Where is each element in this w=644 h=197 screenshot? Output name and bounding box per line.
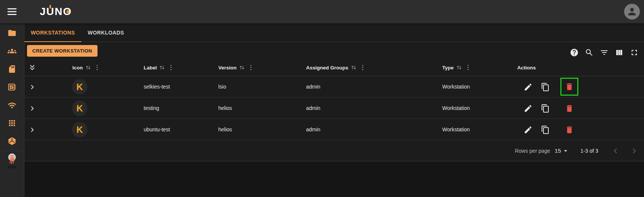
workstation-avatar: K xyxy=(72,79,87,95)
trash-icon xyxy=(565,104,574,113)
edit-button[interactable] xyxy=(524,83,533,92)
cell-type: Workstation xyxy=(442,98,470,119)
workstation-avatar: K xyxy=(72,122,87,137)
column-menu-icon[interactable] xyxy=(250,65,252,71)
argo-logo-icon xyxy=(7,153,17,164)
cell-label: selkies-test xyxy=(144,76,170,97)
pencil-icon xyxy=(524,83,533,92)
column-menu-icon[interactable] xyxy=(170,65,172,71)
main-content: WORKSTATIONS WORKLOADS CREATE WORKSTATIO… xyxy=(24,23,644,197)
duplicate-button[interactable] xyxy=(541,83,550,92)
column-header-actions: Actions xyxy=(517,59,536,76)
chevron-right-icon xyxy=(28,125,37,134)
sidebar: argo xyxy=(0,23,24,197)
logo-orange-dot xyxy=(66,10,69,13)
column-header-version-label: Version xyxy=(218,65,237,71)
user-avatar-button[interactable] xyxy=(624,4,640,20)
search-button[interactable] xyxy=(585,48,594,57)
cell-version: helios xyxy=(218,98,232,119)
edit-button[interactable] xyxy=(524,104,533,113)
copy-icon xyxy=(541,125,550,134)
cell-type: Workstation xyxy=(442,119,470,140)
fullscreen-button[interactable] xyxy=(630,48,639,57)
sim-card-icon xyxy=(8,65,17,74)
column-header-icon-label: Icon xyxy=(72,65,83,71)
sidebar-item-network[interactable] xyxy=(8,101,17,110)
sort-icon[interactable] xyxy=(351,65,357,71)
column-header-icon: Icon xyxy=(72,59,98,76)
table-row: K testing helios admin Workstation xyxy=(24,98,644,119)
tab-workloads[interactable]: WORKLOADS xyxy=(81,23,131,42)
create-workstation-button[interactable]: CREATE WORKSTATION xyxy=(27,45,98,57)
next-page-button[interactable] xyxy=(630,146,639,155)
app-bar: JUNO xyxy=(0,0,644,23)
folder-icon xyxy=(8,29,17,38)
column-menu-icon[interactable] xyxy=(96,65,98,71)
columns-icon xyxy=(615,48,624,57)
apps-grid-icon xyxy=(8,119,17,128)
help-button[interactable] xyxy=(570,48,579,57)
search-icon xyxy=(585,48,594,57)
sidebar-item-groups[interactable] xyxy=(8,47,17,56)
sidebar-item-apps[interactable] xyxy=(8,119,17,128)
rows-per-page-label: Rows per page xyxy=(515,148,550,154)
highlight-box xyxy=(560,78,578,96)
column-header-assigned-groups: Assigned Groups xyxy=(306,59,363,76)
fullscreen-icon xyxy=(630,48,639,57)
column-header-assigned-groups-label: Assigned Groups xyxy=(306,65,348,71)
sidebar-item-argo[interactable]: argo xyxy=(0,151,24,169)
row-expand-button[interactable] xyxy=(28,125,37,134)
help-icon xyxy=(570,48,579,57)
delete-button[interactable] xyxy=(565,104,574,113)
column-header-actions-label: Actions xyxy=(517,65,536,71)
cell-label: testing xyxy=(144,98,159,119)
active-tab-indicator xyxy=(24,41,81,42)
cell-type: Workstation xyxy=(442,76,470,97)
table-header-row: Icon Label Version Assigned Groups Type … xyxy=(24,59,644,76)
row-expand-button[interactable] xyxy=(28,83,37,92)
duplicate-button[interactable] xyxy=(541,104,550,113)
menu-button[interactable] xyxy=(7,7,17,16)
groups-icon xyxy=(8,47,17,56)
chevron-right-icon xyxy=(28,104,37,113)
previous-page-button[interactable] xyxy=(611,146,620,155)
column-header-type-label: Type xyxy=(442,65,454,71)
filter-icon xyxy=(600,48,609,57)
sidebar-item-workstations[interactable] xyxy=(8,29,17,38)
sort-icon[interactable] xyxy=(85,65,91,71)
pagination-range: 1-3 of 3 xyxy=(581,148,598,154)
cell-version: helios xyxy=(218,119,232,140)
tab-workstations[interactable]: WORKSTATIONS xyxy=(24,23,81,42)
pencil-icon xyxy=(524,104,533,113)
chevron-right-icon xyxy=(630,146,639,155)
sort-icon[interactable] xyxy=(159,65,165,71)
expand-all-button[interactable] xyxy=(28,63,37,72)
sort-icon[interactable] xyxy=(456,65,462,71)
duplicate-button[interactable] xyxy=(541,125,550,134)
column-menu-icon[interactable] xyxy=(467,65,469,71)
sidebar-item-boards[interactable] xyxy=(8,83,17,92)
workstation-avatar: K xyxy=(72,101,87,116)
wifi-icon xyxy=(8,101,17,110)
filter-button[interactable] xyxy=(600,48,609,57)
edit-button[interactable] xyxy=(524,125,533,134)
cell-assigned-groups: admin xyxy=(306,76,320,97)
tab-workloads-label: WORKLOADS xyxy=(88,30,124,36)
delete-button[interactable] xyxy=(565,82,574,91)
avatar-letter: K xyxy=(77,125,83,135)
cell-assigned-groups: admin xyxy=(306,119,320,140)
column-menu-icon[interactable] xyxy=(362,65,363,71)
double-chevron-down-icon xyxy=(28,63,37,72)
delete-button[interactable] xyxy=(565,125,574,134)
column-header-type: Type xyxy=(442,59,469,76)
trash-icon xyxy=(565,82,574,91)
table-row: K selkies-test lsio admin Workstation xyxy=(24,76,644,98)
row-expand-button[interactable] xyxy=(28,104,37,113)
sort-icon[interactable] xyxy=(239,65,245,71)
columns-button[interactable] xyxy=(615,48,624,57)
sidebar-item-deployments[interactable] xyxy=(8,137,17,146)
pagination-bar: Rows per page 15 1-3 of 3 xyxy=(24,140,644,161)
sidebar-item-images[interactable] xyxy=(8,65,17,74)
table-row: K ubuntu-test helios admin Workstation xyxy=(24,119,644,140)
rows-per-page-select[interactable]: 15 xyxy=(555,147,569,155)
